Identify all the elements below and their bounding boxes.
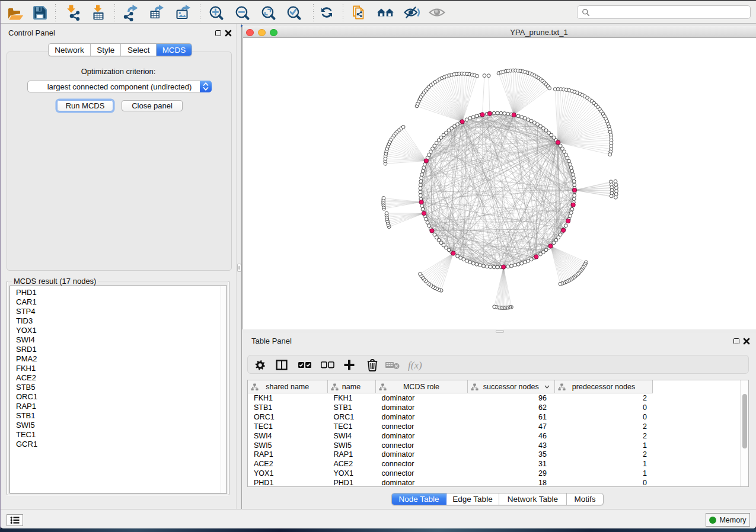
mcds-result-item[interactable]: STP4 [16, 307, 227, 316]
table-settings-button[interactable] [251, 357, 268, 373]
cell-successor-nodes: 29 [468, 469, 547, 477]
delete-column-button[interactable] [364, 357, 381, 373]
column-header-predecessor-nodes[interactable]: predecessor nodes [555, 380, 653, 393]
save-session-button[interactable] [31, 4, 49, 21]
memory-button[interactable]: Memory [706, 513, 750, 527]
clone-network-button[interactable] [350, 4, 368, 21]
search-box[interactable] [577, 5, 751, 19]
cell-successor-nodes: 18 [468, 479, 547, 487]
table-row[interactable]: FKH1FKH1dominator962 [248, 393, 748, 403]
export-network-button[interactable] [122, 4, 140, 21]
close-panel-icon[interactable] [225, 30, 232, 37]
network-frame-titlebar[interactable]: YPA_prune.txt_1 [243, 26, 756, 38]
tab-select[interactable]: Select [121, 44, 157, 56]
cell-shared-name: ACE2 [254, 460, 273, 468]
import-network-button[interactable] [63, 4, 81, 21]
mcds-result-item[interactable]: ORC1 [16, 392, 227, 402]
close-panel-button[interactable]: Close panel [122, 100, 183, 111]
zoom-fit-button[interactable] [259, 4, 277, 21]
mcds-result-item[interactable]: STB5 [16, 383, 227, 392]
tab-motifs[interactable]: Motifs [567, 493, 603, 505]
mcds-list-scrollbar[interactable] [221, 286, 227, 493]
tab-style[interactable]: Style [91, 44, 122, 56]
vertical-splitter[interactable] [236, 24, 242, 509]
mcds-result-item[interactable]: SWI5 [16, 421, 227, 430]
scrollbar-thumb[interactable] [742, 394, 747, 448]
tab-network[interactable]: Network [49, 44, 91, 56]
table-scrollbar[interactable] [740, 380, 748, 486]
table-row[interactable]: ORC1ORC1dominator610 [248, 412, 748, 422]
cell-mcds-role: connector [382, 441, 414, 450]
open-file-button[interactable] [6, 4, 24, 21]
export-network-icon [122, 4, 140, 21]
column-label: name [328, 383, 375, 391]
float-panel-icon[interactable] [733, 338, 739, 344]
tab-network-table[interactable]: Network Table [499, 493, 567, 505]
table-row[interactable]: RAP1RAP1dominator352 [248, 450, 748, 459]
cell-mcds-role: dominator [382, 450, 415, 459]
cell-name: PHD1 [334, 479, 353, 487]
mcds-result-item[interactable]: SWI4 [16, 335, 227, 345]
task-history-button[interactable] [7, 514, 23, 526]
add-column-button[interactable] [341, 357, 358, 373]
apply-layout-button[interactable] [318, 4, 336, 21]
mcds-result-item[interactable]: CAR1 [16, 297, 227, 307]
splitter-grip[interactable] [237, 264, 241, 272]
show-all-button[interactable] [428, 4, 446, 21]
column-header-shared-name[interactable]: shared name [248, 380, 328, 393]
mcds-result-item[interactable]: YOX1 [16, 326, 227, 335]
toolbar-separator [55, 4, 56, 22]
import-table-button[interactable] [90, 4, 107, 21]
mcds-result-item[interactable]: ACE2 [16, 373, 227, 383]
column-header-successor-nodes[interactable]: successor nodes [468, 380, 556, 393]
export-table-button[interactable] [148, 4, 165, 21]
network-canvas[interactable] [243, 38, 756, 329]
table-row[interactable]: SWI4SWI4dominator462 [248, 431, 748, 441]
tab-node-table[interactable]: Node Table [392, 493, 446, 505]
table-row[interactable]: STB1STB1dominator620 [248, 403, 748, 412]
mcds-result-item[interactable]: TID3 [16, 316, 227, 326]
svg-text:f(x): f(x) [408, 360, 422, 371]
close-panel-icon[interactable] [743, 338, 750, 345]
mcds-result-list[interactable]: PHD1CAR1STP4TID3YOX1SWI4SRD1PMA2FKH1ACE2… [9, 286, 227, 493]
mcds-result-item[interactable]: RAP1 [16, 402, 227, 411]
mcds-result-item[interactable]: PMA2 [16, 354, 227, 364]
hide-selected-button[interactable] [403, 4, 421, 21]
optimization-criterion-select[interactable]: largest connected component (undirected) [27, 81, 212, 92]
cell-mcds-role: dominator [382, 394, 415, 402]
select-all-button[interactable] [296, 357, 313, 373]
toggle-panes-button[interactable] [273, 357, 290, 373]
column-header-name[interactable]: name [328, 380, 376, 393]
table-row[interactable]: PHD1PHD1dominator180 [248, 478, 748, 488]
cell-predecessor-nodes: 2 [555, 450, 647, 459]
column-header-MCDS-role[interactable]: MCDS role [376, 380, 468, 393]
cell-predecessor-nodes: 1 [555, 441, 647, 450]
search-input[interactable] [590, 8, 750, 17]
mcds-result-item[interactable]: PHD1 [16, 288, 227, 297]
eye-icon [428, 5, 446, 20]
zoom-out-button[interactable] [233, 4, 251, 21]
zoom-selected-button[interactable] [285, 4, 302, 21]
table-row[interactable]: ACE2ACE2connector311 [248, 459, 748, 469]
mcds-result-item[interactable]: SRD1 [16, 345, 227, 354]
cell-predecessor-nodes: 0 [555, 403, 647, 412]
table-toolbar: f(x) [247, 355, 749, 374]
float-panel-icon[interactable] [215, 30, 221, 36]
table-row[interactable]: SWI5SWI5connector431 [248, 441, 748, 450]
first-neighbors-button[interactable] [377, 4, 394, 21]
table-row[interactable]: YOX1YOX1connector291 [248, 469, 748, 478]
tab-mcds[interactable]: MCDS [157, 44, 192, 56]
table-row[interactable]: TEC1TEC1connector472 [248, 422, 748, 431]
cell-name: ACE2 [334, 460, 353, 468]
mcds-result-item[interactable]: FKH1 [16, 364, 227, 373]
run-mcds-button[interactable]: Run MCDS [57, 100, 113, 111]
mcds-result-item[interactable]: STB1 [16, 411, 227, 421]
deselect-all-button[interactable] [319, 357, 336, 373]
mcds-result-item[interactable]: GCR1 [16, 440, 227, 449]
wallpaper-bottom-strip [0, 528, 756, 532]
mcds-result-item[interactable]: TEC1 [16, 430, 227, 440]
export-image-button[interactable] [174, 4, 192, 21]
tab-edge-table[interactable]: Edge Table [446, 493, 499, 505]
zoom-in-button[interactable] [207, 4, 225, 21]
splitter-grip[interactable] [496, 330, 504, 333]
